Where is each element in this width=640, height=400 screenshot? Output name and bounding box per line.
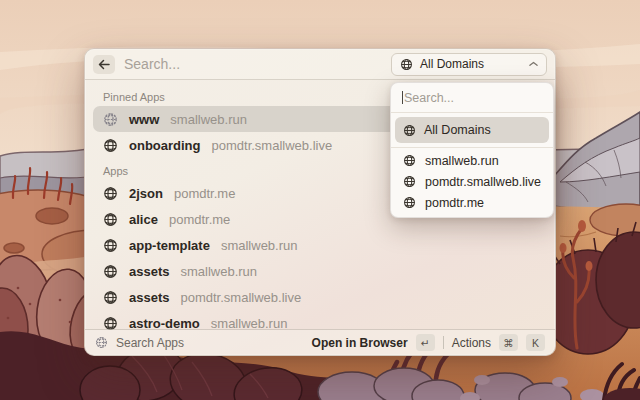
globe-icon	[103, 290, 118, 305]
app-name: www	[129, 112, 159, 127]
k-key-badge: K	[526, 334, 545, 351]
dropdown-option-label: pomdtr.smallweb.live	[425, 175, 541, 189]
dropdown-search-input[interactable]: Search...	[391, 83, 553, 112]
globe-icon	[103, 264, 118, 279]
globe-icon	[103, 238, 118, 253]
globe-icon	[103, 138, 118, 153]
globe-icon	[403, 124, 416, 137]
app-name: onboarding	[129, 138, 201, 153]
chevron-up-icon	[529, 61, 538, 67]
domain-filter-button[interactable]: All Domains	[391, 53, 547, 76]
domain-dropdown: Search... All Domains smallweb.runpomdtr…	[390, 82, 554, 218]
app-row-astro-demo[interactable]: astro-demosmallweb.run	[93, 310, 547, 331]
footer-divider	[443, 336, 444, 349]
globe-icon	[103, 112, 118, 127]
dropdown-divider	[391, 112, 553, 113]
app-domain: smallweb.run	[180, 264, 257, 279]
app-name: assets	[129, 264, 169, 279]
app-name: assets	[129, 290, 169, 305]
globe-icon	[403, 175, 416, 188]
dropdown-option-label: smallweb.run	[425, 154, 499, 168]
desktop: Search... All Domains Pinned Appswwwsmal…	[0, 0, 640, 400]
globe-icon	[103, 186, 118, 201]
back-button[interactable]	[93, 55, 115, 74]
window-topbar: Search... All Domains	[85, 49, 555, 80]
app-row-assets[interactable]: assetspomdtr.smallweb.live	[93, 284, 547, 310]
app-domain: pomdtr.me	[174, 186, 235, 201]
back-arrow-icon	[98, 59, 110, 70]
globe-icon	[400, 58, 413, 71]
globe-icon	[103, 212, 118, 227]
globe-icon	[403, 196, 416, 209]
smallweb-logo-icon	[95, 336, 108, 349]
app-domain: pomdtr.smallweb.live	[212, 138, 333, 153]
app-domain: smallweb.run	[221, 238, 298, 253]
app-domain: pomdtr.smallweb.live	[180, 290, 301, 305]
dropdown-search-placeholder: Search...	[404, 91, 454, 105]
status-bar: Search Apps Open in Browser ↵ Actions ⌘ …	[85, 329, 555, 355]
app-domain: pomdtr.me	[169, 212, 230, 227]
app-name: alice	[129, 212, 158, 227]
dropdown-options: smallweb.runpomdtr.smallweb.livepomdtr.m…	[391, 148, 553, 217]
footer-mode-label: Search Apps	[116, 336, 184, 350]
app-row-assets[interactable]: assetssmallweb.run	[93, 258, 547, 284]
open-in-browser-action[interactable]: Open in Browser	[312, 336, 408, 350]
dropdown-option-smallweb.run[interactable]: smallweb.run	[391, 150, 553, 171]
app-domain: smallweb.run	[170, 112, 247, 127]
dropdown-option-label: All Domains	[424, 123, 491, 137]
search-input[interactable]: Search...	[124, 56, 391, 72]
app-row-app-template[interactable]: app-templatesmallweb.run	[93, 232, 547, 258]
footer-mode: Search Apps	[95, 336, 304, 350]
enter-key-badge: ↵	[416, 334, 435, 351]
app-name: 2json	[129, 186, 163, 201]
domain-filter-label: All Domains	[420, 57, 522, 71]
dropdown-option-label: pomdtr.me	[425, 196, 484, 210]
app-name: app-template	[129, 238, 210, 253]
globe-icon	[403, 154, 416, 167]
cmd-key-badge: ⌘	[499, 334, 518, 351]
dropdown-option-pomdtr.me[interactable]: pomdtr.me	[391, 192, 553, 213]
text-cursor	[402, 91, 403, 104]
dropdown-option-pomdtr.smallweb.live[interactable]: pomdtr.smallweb.live	[391, 171, 553, 192]
actions-menu-button[interactable]: Actions	[452, 336, 491, 350]
dropdown-option-all-domains[interactable]: All Domains	[395, 117, 549, 143]
